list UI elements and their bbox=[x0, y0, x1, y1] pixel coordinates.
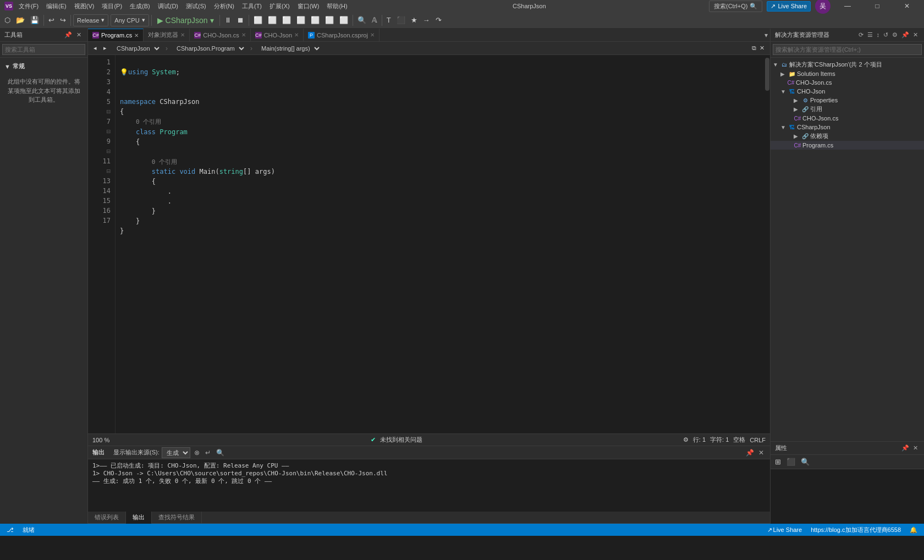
editor-scrollbar[interactable] bbox=[765, 55, 770, 433]
toolbar-open[interactable]: 📂 bbox=[14, 14, 27, 27]
menu-file[interactable]: 文件(F) bbox=[16, 2, 41, 10]
menu-test[interactable]: 测试(S) bbox=[184, 2, 208, 10]
toolbar-b5[interactable]: ⬜ bbox=[309, 14, 322, 27]
tree-program-cs[interactable]: C# Program.cs bbox=[771, 141, 924, 150]
solution-search-input[interactable] bbox=[773, 44, 922, 55]
nav-forward-button[interactable]: ▸ bbox=[102, 45, 108, 52]
toolbox-close-icon[interactable]: ✕ bbox=[75, 31, 83, 39]
menu-analyze[interactable]: 分析(N) bbox=[212, 2, 237, 10]
toolbar-redo[interactable]: ↪ bbox=[58, 14, 68, 27]
close-button[interactable]: ✕ bbox=[894, 0, 920, 12]
toolbar-pause[interactable]: ⏸ bbox=[222, 14, 234, 27]
toolbar-b1[interactable]: ⬜ bbox=[251, 14, 265, 27]
toolbar-c7[interactable]: ↷ bbox=[433, 14, 444, 27]
tree-cho-json-project[interactable]: ▼ 🏗 CHO-Json bbox=[771, 87, 924, 96]
toolbox-search-input[interactable] bbox=[2, 44, 85, 55]
tab-program-cs[interactable]: C# Program.cs ✕ bbox=[88, 29, 144, 42]
toolbar-b2[interactable]: ⬜ bbox=[266, 14, 279, 27]
sol-filter-icon[interactable]: ☰ bbox=[866, 31, 875, 39]
props-close-icon[interactable]: ✕ bbox=[911, 444, 920, 452]
zoom-level[interactable]: 100 % bbox=[92, 437, 109, 443]
nav-split-button[interactable]: ⧉ bbox=[751, 45, 757, 52]
live-share-status[interactable]: ↗ Live Share bbox=[765, 524, 805, 536]
method-breadcrumb[interactable]: Main(string[] args) bbox=[257, 42, 321, 54]
run-button[interactable]: ▶ CSharpJson ▾ bbox=[154, 14, 217, 27]
toolbar-b6[interactable]: ⬜ bbox=[323, 14, 336, 27]
props-pin-icon[interactable]: 📌 bbox=[900, 444, 911, 452]
toolbar-undo[interactable]: ↩ bbox=[46, 14, 57, 27]
lightbulb-icon[interactable]: 💡 bbox=[120, 68, 128, 76]
tree-dependencies[interactable]: ▶ 🔗 依赖项 bbox=[771, 131, 924, 141]
tab-cho-json[interactable]: C# CHO-Json ✕ bbox=[251, 29, 304, 42]
tree-solution-root[interactable]: ▼ 🗂 解决方案'CSharpJson'(共 2 个项目 bbox=[771, 60, 924, 69]
tab-csproj[interactable]: P CSharpJson.csproj ✕ bbox=[304, 29, 380, 42]
tab-object-browser[interactable]: 对象浏览器 ✕ bbox=[144, 29, 190, 42]
minimize-button[interactable]: — bbox=[835, 0, 860, 12]
output-find-button[interactable]: 🔍 bbox=[215, 448, 226, 457]
sol-collapse-icon[interactable]: ↕ bbox=[875, 31, 882, 39]
bottom-tab-find[interactable]: 查找符号结果 bbox=[152, 512, 202, 524]
live-share-button[interactable]: ↗ Live Share bbox=[767, 1, 811, 12]
user-avatar[interactable]: 吴 bbox=[815, 0, 831, 14]
output-close-icon[interactable]: ✕ bbox=[757, 448, 766, 457]
props-sort-icon[interactable]: ⬛ bbox=[784, 455, 798, 469]
toolbar-c6[interactable]: → bbox=[421, 14, 432, 27]
config-dropdown[interactable]: Release ▾ bbox=[73, 14, 108, 26]
toolbar-b4[interactable]: ⬜ bbox=[294, 14, 307, 27]
tree-csharjson-project[interactable]: ▼ 🏗 CSharpJson bbox=[771, 123, 924, 131]
tree-references[interactable]: ▶ 🔗 引用 bbox=[771, 105, 924, 114]
tree-solution-items[interactable]: ▶ 📁 Solution Items bbox=[771, 69, 924, 78]
toolbar-c5[interactable]: ★ bbox=[409, 14, 420, 27]
nav-close-editor[interactable]: ✕ bbox=[758, 45, 766, 52]
namespace-breadcrumb[interactable]: CSharpJson.Program bbox=[172, 42, 246, 54]
output-word-wrap[interactable]: ↵ bbox=[204, 448, 212, 457]
menu-edit[interactable]: 编辑(E) bbox=[44, 2, 69, 10]
menu-view[interactable]: 视图(V) bbox=[72, 2, 97, 10]
tree-cho-json-cs-item[interactable]: C# CHO-Json.cs bbox=[771, 78, 924, 87]
sol-settings-icon[interactable]: ⚙ bbox=[890, 31, 899, 39]
code-editor[interactable]: 💡using System; namespace CSharpJson { 0 … bbox=[116, 55, 765, 433]
bottom-tab-errors[interactable]: 错误列表 bbox=[88, 512, 126, 524]
props-filter-icon[interactable]: 🔍 bbox=[799, 455, 812, 469]
menu-build[interactable]: 生成(B) bbox=[128, 2, 152, 10]
output-source-dropdown[interactable]: 生成 bbox=[162, 447, 190, 458]
toolbar-c3[interactable]: T bbox=[384, 14, 393, 27]
menu-extensions[interactable]: 扩展(X) bbox=[267, 2, 292, 10]
bottom-tab-output[interactable]: 输出 bbox=[126, 512, 152, 524]
toolbar-c2[interactable]: 𝔸 bbox=[370, 14, 380, 27]
project-breadcrumb[interactable]: CSharpJson bbox=[112, 42, 161, 54]
maximize-button[interactable]: □ bbox=[865, 0, 890, 12]
tab-object-browser-close[interactable]: ✕ bbox=[180, 32, 185, 38]
toolbar-stop[interactable]: ⏹ bbox=[235, 14, 246, 27]
toolbox-pin-icon[interactable]: 📌 bbox=[63, 31, 74, 39]
menu-tools[interactable]: 工具(T) bbox=[240, 2, 264, 10]
toolbar-b7[interactable]: ⬜ bbox=[337, 14, 350, 27]
toolbar-c4[interactable]: ⬛ bbox=[394, 14, 408, 27]
tab-program-cs-close[interactable]: ✕ bbox=[134, 32, 139, 39]
tab-scroll-right[interactable]: ▾ bbox=[762, 31, 770, 39]
tab-csproj-close[interactable]: ✕ bbox=[370, 32, 375, 38]
menu-project[interactable]: 项目(P) bbox=[100, 2, 124, 10]
menu-help[interactable]: 帮助(H) bbox=[324, 2, 349, 10]
tab-cho-json-cs-close[interactable]: ✕ bbox=[241, 32, 246, 38]
scroll-thumb[interactable] bbox=[765, 58, 769, 91]
notification-item[interactable]: 🔔 bbox=[908, 524, 920, 536]
nav-back-button[interactable]: ◂ bbox=[92, 45, 98, 52]
sol-close-icon[interactable]: ✕ bbox=[911, 31, 920, 39]
toolbox-section-general[interactable]: ▼ 常规 bbox=[4, 62, 83, 70]
output-pin-icon[interactable]: 📌 bbox=[744, 448, 756, 457]
git-branch-item[interactable]: ⎇ bbox=[4, 524, 16, 536]
tab-cho-json-close[interactable]: ✕ bbox=[294, 32, 299, 38]
platform-dropdown[interactable]: Any CPU ▾ bbox=[111, 14, 148, 26]
menu-window[interactable]: 窗口(W) bbox=[295, 2, 322, 10]
tree-cho-json-cs-file[interactable]: C# CHO-Json.cs bbox=[771, 114, 924, 123]
sol-sync-icon[interactable]: ⟳ bbox=[857, 31, 865, 39]
toolbar-save-all[interactable]: 💾 bbox=[28, 14, 41, 27]
search-bar[interactable]: 搜索(Ctrl+Q) 🔍 bbox=[709, 1, 762, 12]
url-item[interactable]: https://blog.c加加语言代理商6558 bbox=[809, 524, 903, 536]
tab-cho-json-cs[interactable]: C# CHO-Json.cs ✕ bbox=[190, 29, 250, 42]
sol-refresh-icon[interactable]: ↺ bbox=[882, 31, 890, 39]
toolbar-c1[interactable]: 🔍 bbox=[355, 14, 369, 27]
toolbar-b3[interactable]: ⬜ bbox=[280, 14, 293, 27]
sol-pin-icon[interactable]: 📌 bbox=[900, 31, 911, 39]
